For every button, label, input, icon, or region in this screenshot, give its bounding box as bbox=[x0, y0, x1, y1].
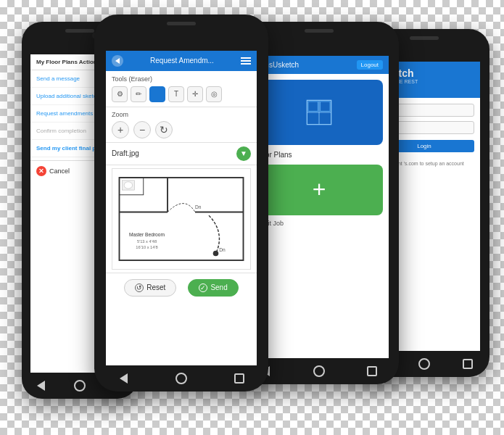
phone-3-screen: plansUsketch Logout Floor Plans + ubmit bbox=[249, 56, 389, 358]
tool-gear[interactable]: ⚙ bbox=[112, 86, 128, 102]
tool-settings[interactable]: ◎ bbox=[206, 86, 222, 102]
phone-2-screen: Request Amendm... Tools (Eraser) ⚙ ✏ T ✛… bbox=[106, 51, 257, 365]
nav-square-4[interactable] bbox=[460, 357, 475, 371]
cancel-icon[interactable]: ✕ bbox=[36, 166, 46, 176]
nav-home-4[interactable] bbox=[417, 357, 431, 371]
phone-2-speaker bbox=[167, 22, 196, 25]
cancel-label[interactable]: Cancel bbox=[49, 167, 70, 175]
nav-home-1[interactable] bbox=[73, 378, 87, 393]
svg-text:16'10 x 14'8: 16'10 x 14'8 bbox=[136, 245, 157, 249]
tool-eraser[interactable] bbox=[149, 86, 165, 102]
floor-plans-label: Floor Plans bbox=[249, 151, 389, 165]
plus-icon: + bbox=[313, 176, 326, 203]
phone-3-topbar: plansUsketch Logout bbox=[249, 56, 389, 74]
back-arrow-icon bbox=[115, 58, 120, 64]
tool-icons-row: ⚙ ✏ T ✛ ◎ bbox=[112, 86, 251, 102]
svg-text:Dn: Dn bbox=[195, 204, 202, 210]
phone-2-topbar: Request Amendm... bbox=[106, 51, 257, 71]
phone-2: Request Amendm... Tools (Eraser) ⚙ ✏ T ✛… bbox=[94, 14, 268, 392]
svg-text:Master Bedroom: Master Bedroom bbox=[129, 232, 165, 237]
submit-label: ubmit Job bbox=[249, 215, 389, 231]
phone-3-speaker bbox=[305, 29, 334, 33]
phones-container: My Floor Plans Actions Send a message Up… bbox=[0, 0, 504, 435]
nav-square-2[interactable] bbox=[232, 371, 247, 386]
svg-text:5'13 x 4'48: 5'13 x 4'48 bbox=[137, 239, 157, 244]
bottom-buttons: ↺ Reset ✓ Send bbox=[106, 273, 257, 302]
zoom-out-button[interactable]: − bbox=[133, 121, 151, 138]
nav-home-3[interactable] bbox=[312, 364, 326, 378]
tool-move[interactable]: ✛ bbox=[187, 86, 203, 102]
phone-2-nav bbox=[94, 365, 268, 392]
back-button[interactable] bbox=[112, 55, 123, 67]
nav-home-2[interactable] bbox=[174, 371, 189, 386]
zoom-buttons: + − ↻ bbox=[112, 121, 251, 138]
nav-square-3[interactable] bbox=[365, 364, 379, 378]
tools-section: Tools (Eraser) ⚙ ✏ T ✛ ◎ bbox=[106, 71, 257, 107]
nav-back-1[interactable] bbox=[34, 378, 49, 393]
svg-point-5 bbox=[213, 251, 219, 257]
zoom-section: Zoom + − ↻ bbox=[106, 107, 257, 143]
floor-plan-canvas: Dn Dn Master Bedroom 5'13 x 4'48 16'10 x… bbox=[112, 168, 251, 270]
filename: Draft.jpg bbox=[112, 149, 139, 157]
blueprint-icon bbox=[301, 94, 337, 130]
menu-icon[interactable] bbox=[241, 57, 251, 65]
zoom-reset-button[interactable]: ↻ bbox=[155, 121, 173, 138]
phone-4-speaker bbox=[410, 36, 439, 40]
svg-point-12 bbox=[124, 182, 132, 189]
reset-icon: ↺ bbox=[135, 283, 144, 292]
send-button[interactable]: ✓ Send bbox=[188, 279, 238, 297]
dropdown-button[interactable]: ▼ bbox=[236, 146, 251, 161]
floor-plan-svg: Dn Dn Master Bedroom 5'13 x 4'48 16'10 x… bbox=[112, 169, 250, 269]
logout-button[interactable]: Logout bbox=[357, 60, 383, 70]
reset-button[interactable]: ↺ Reset bbox=[124, 279, 176, 297]
topbar-title: Request Amendm... bbox=[150, 57, 214, 65]
svg-text:Dn: Dn bbox=[219, 246, 226, 252]
blueprint-card bbox=[255, 80, 383, 145]
zoom-in-button[interactable]: + bbox=[112, 121, 129, 138]
phone-1-speaker bbox=[65, 29, 94, 33]
tool-text[interactable]: T bbox=[168, 86, 184, 102]
add-job-button[interactable]: + bbox=[255, 165, 383, 215]
zoom-label: Zoom bbox=[112, 111, 251, 118]
file-row: Draft.jpg ▼ bbox=[106, 143, 257, 165]
tools-label: Tools (Eraser) bbox=[112, 75, 251, 83]
nav-back-2[interactable] bbox=[116, 371, 131, 386]
tool-pencil[interactable]: ✏ bbox=[131, 86, 146, 102]
send-icon: ✓ bbox=[199, 283, 207, 292]
